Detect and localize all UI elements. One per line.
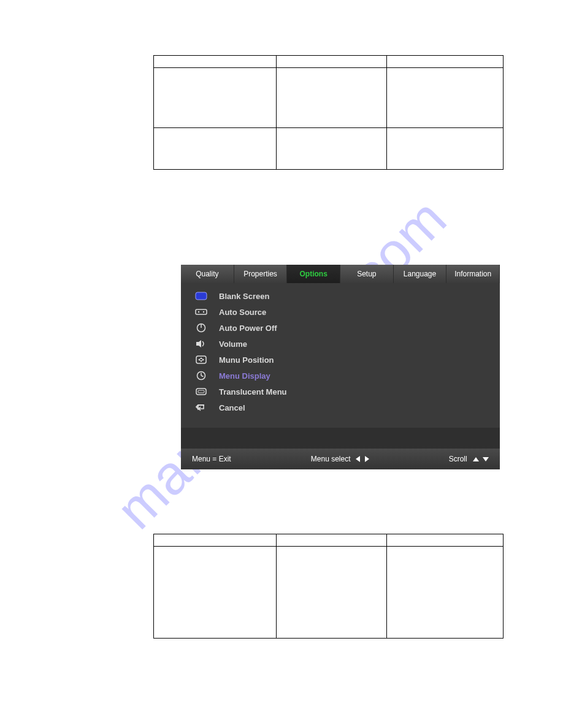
td (154, 128, 277, 170)
svg-marker-8 (200, 357, 202, 359)
svg-point-2 (198, 311, 199, 313)
osd-footer: Menu = Exit Menu select Scroll (181, 449, 500, 469)
source-icon (194, 306, 208, 317)
td (277, 128, 387, 170)
position-icon (194, 354, 208, 365)
tab-setup[interactable]: Setup (340, 265, 394, 283)
osd-item-label: Auto Source (219, 308, 266, 317)
options-table-bottom (153, 534, 504, 639)
svg-marker-11 (202, 358, 204, 361)
svg-point-3 (203, 311, 204, 313)
osd-item-auto-power-off[interactable]: Auto Power Off (181, 320, 500, 336)
osd-item-label: Translucent Menu (219, 387, 287, 396)
osd-container: Quality Properties Options Setup Languag… (181, 265, 500, 469)
svg-rect-1 (196, 309, 207, 314)
th (387, 534, 504, 547)
svg-rect-16 (198, 390, 204, 393)
th (387, 56, 504, 68)
td (154, 547, 277, 639)
footer-left-text: Menu = Exit (192, 455, 231, 463)
arrow-up-icon[interactable] (473, 457, 479, 461)
osd-item-blank-screen[interactable]: Blank Screen (181, 288, 500, 304)
osd-tab-bar: Quality Properties Options Setup Languag… (181, 265, 500, 283)
table-row (154, 68, 504, 128)
osd-item-label: Blank Screen (219, 292, 269, 301)
arrow-down-icon[interactable] (483, 457, 489, 461)
osd-body: Blank Screen Auto Source Auto Power Off (181, 283, 500, 425)
tab-properties[interactable]: Properties (234, 265, 288, 283)
th (154, 534, 277, 547)
footer-right-text: Scroll (449, 455, 467, 463)
osd-gap (181, 428, 500, 449)
tab-quality[interactable]: Quality (181, 265, 234, 283)
table-row (154, 547, 504, 639)
svg-rect-15 (196, 389, 206, 395)
tab-options[interactable]: Options (287, 265, 340, 283)
document-page: Quality Properties Options Setup Languag… (49, 55, 514, 679)
footer-mid: Menu select (311, 455, 369, 463)
svg-marker-6 (196, 340, 201, 347)
td (387, 128, 504, 170)
osd-item-label: Volume (219, 339, 247, 349)
osd-item-label: Munu Position (219, 355, 274, 365)
td (277, 68, 387, 128)
arrow-right-icon[interactable] (365, 456, 369, 462)
svg-marker-10 (198, 358, 200, 361)
cancel-icon (194, 402, 208, 413)
footer-right: Scroll (449, 455, 489, 463)
td (154, 68, 277, 128)
osd-item-label: Menu Display (219, 371, 270, 381)
osd-item-label: Cancel (219, 403, 245, 412)
th (154, 56, 277, 68)
td (277, 547, 387, 639)
osd-item-menu-display[interactable]: Menu Display (181, 368, 500, 384)
footer-mid-text: Menu select (311, 455, 351, 463)
td (387, 68, 504, 128)
osd-screenshot: Quality Properties Options Setup Languag… (181, 265, 500, 469)
osd-item-volume[interactable]: Volume (181, 336, 500, 352)
table-row (154, 128, 504, 170)
th (277, 534, 387, 547)
th (277, 56, 387, 68)
power-icon (194, 322, 208, 333)
table-header-row (154, 56, 504, 68)
arrow-left-icon[interactable] (356, 456, 360, 462)
tab-language[interactable]: Language (394, 265, 447, 283)
svg-rect-7 (196, 356, 206, 363)
tab-information[interactable]: Information (446, 265, 500, 283)
osd-item-menu-position[interactable]: Munu Position (181, 352, 500, 368)
properties-table-top (153, 55, 504, 170)
timer-icon (194, 370, 208, 381)
table-header-row (154, 534, 504, 547)
osd-item-label: Auto Power Off (219, 324, 277, 333)
menu-icon (194, 386, 208, 397)
volume-icon (194, 338, 208, 349)
osd-item-auto-source[interactable]: Auto Source (181, 304, 500, 320)
screen-icon (194, 290, 208, 301)
svg-marker-9 (200, 360, 202, 362)
td (387, 547, 504, 639)
svg-line-14 (201, 376, 204, 377)
osd-item-translucent-menu[interactable]: Translucent Menu (181, 384, 500, 400)
osd-item-cancel[interactable]: Cancel (181, 400, 500, 415)
svg-rect-0 (196, 292, 207, 300)
